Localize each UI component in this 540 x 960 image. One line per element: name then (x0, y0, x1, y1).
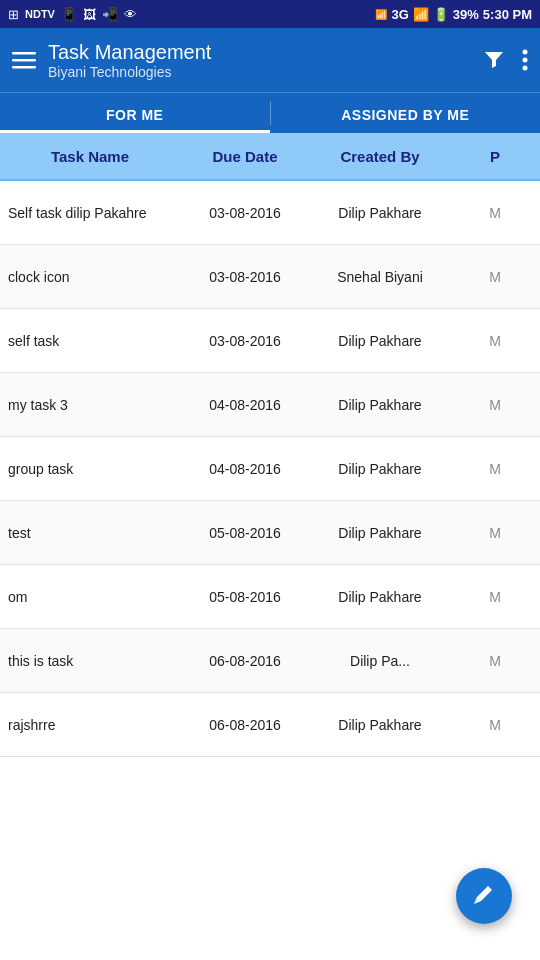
hamburger-menu-button[interactable] (12, 48, 36, 72)
app-subtitle: Biyani Technologies (48, 64, 470, 80)
task-list: Self task dilip Pakahre 03-08-2016 Dilip… (0, 181, 540, 757)
table-row[interactable]: my task 3 04-08-2016 Dilip Pakhare M (0, 373, 540, 437)
svg-rect-2 (12, 66, 36, 69)
task-created-by-cell: Dilip Pakhare (310, 205, 450, 221)
col-header-due-date: Due Date (180, 148, 310, 165)
table-row[interactable]: this is task 06-08-2016 Dilip Pa... M (0, 629, 540, 693)
tab-assigned-by-me[interactable]: ASSIGNED BY ME (271, 93, 541, 133)
task-created-by-cell: Dilip Pakhare (310, 333, 450, 349)
time-display: 5:30 PM (483, 7, 532, 22)
table-row[interactable]: om 05-08-2016 Dilip Pakhare M (0, 565, 540, 629)
task-name-cell: clock icon (0, 269, 180, 285)
task-priority-cell: M (450, 269, 540, 285)
table-row[interactable]: rajshrre 06-08-2016 Dilip Pakhare M (0, 693, 540, 757)
task-priority-cell: M (450, 525, 540, 541)
tab-for-me[interactable]: FOR ME (0, 93, 270, 133)
task-priority-cell: M (450, 205, 540, 221)
col-header-created-by: Created By (310, 148, 450, 165)
task-priority-cell: M (450, 589, 540, 605)
task-created-by-cell: Dilip Pakhare (310, 589, 450, 605)
sim-icon: 📶 (375, 9, 387, 20)
task-date-cell: 06-08-2016 (180, 653, 310, 669)
task-name-cell: this is task (0, 653, 180, 669)
task-date-cell: 03-08-2016 (180, 205, 310, 221)
filter-button[interactable] (482, 48, 506, 72)
task-created-by-cell: Dilip Pakhare (310, 461, 450, 477)
network-type: 3G (391, 7, 408, 22)
signal-bars: 📶 (413, 7, 429, 22)
task-date-cell: 04-08-2016 (180, 397, 310, 413)
task-priority-cell: M (450, 461, 540, 477)
app-bar-actions (482, 48, 528, 72)
status-bar-left: ⊞ NDTV 📱 🖼 📲 👁 (8, 7, 137, 22)
task-name-cell: my task 3 (0, 397, 180, 413)
task-date-cell: 04-08-2016 (180, 461, 310, 477)
eye-icon: 👁 (124, 7, 137, 22)
task-priority-cell: M (450, 333, 540, 349)
ndtv-icon: NDTV (25, 8, 55, 20)
table-row[interactable]: test 05-08-2016 Dilip Pakhare M (0, 501, 540, 565)
app-bar: Task Management Biyani Technologies (0, 28, 540, 92)
svg-rect-0 (12, 52, 36, 55)
overflow-menu-button[interactable] (522, 48, 528, 72)
app-icon: 📲 (102, 7, 118, 22)
table-row[interactable]: group task 04-08-2016 Dilip Pakhare M (0, 437, 540, 501)
status-bar: ⊞ NDTV 📱 🖼 📲 👁 📶 3G 📶 🔋 39% 5:30 PM (0, 0, 540, 28)
task-priority-cell: M (450, 397, 540, 413)
task-created-by-cell: Dilip Pakhare (310, 397, 450, 413)
svg-rect-1 (12, 59, 36, 62)
task-date-cell: 03-08-2016 (180, 269, 310, 285)
task-priority-cell: M (450, 717, 540, 733)
svg-point-4 (523, 58, 528, 63)
task-priority-cell: M (450, 653, 540, 669)
svg-point-3 (523, 50, 528, 55)
svg-point-5 (523, 66, 528, 71)
task-created-by-cell: Snehal Biyani (310, 269, 450, 285)
table-header: Task Name Due Date Created By P (0, 133, 540, 181)
task-date-cell: 05-08-2016 (180, 525, 310, 541)
task-created-by-cell: Dilip Pa... (310, 653, 450, 669)
task-date-cell: 03-08-2016 (180, 333, 310, 349)
app-bar-titles: Task Management Biyani Technologies (48, 41, 470, 80)
tabs: FOR ME ASSIGNED BY ME (0, 92, 540, 133)
task-name-cell: self task (0, 333, 180, 349)
whatsapp-icon: 📱 (61, 7, 77, 22)
table-row[interactable]: self task 03-08-2016 Dilip Pakhare M (0, 309, 540, 373)
battery-icon: 🔋 (433, 7, 449, 22)
table-row[interactable]: Self task dilip Pakahre 03-08-2016 Dilip… (0, 181, 540, 245)
task-name-cell: group task (0, 461, 180, 477)
task-date-cell: 06-08-2016 (180, 717, 310, 733)
col-header-task-name: Task Name (0, 148, 180, 165)
task-created-by-cell: Dilip Pakhare (310, 525, 450, 541)
col-header-priority: P (450, 148, 540, 165)
status-bar-right: 📶 3G 📶 🔋 39% 5:30 PM (375, 7, 532, 22)
task-created-by-cell: Dilip Pakhare (310, 717, 450, 733)
app-title: Task Management (48, 41, 470, 64)
task-date-cell: 05-08-2016 (180, 589, 310, 605)
task-name-cell: om (0, 589, 180, 605)
add-icon: ⊞ (8, 7, 19, 22)
table-row[interactable]: clock icon 03-08-2016 Snehal Biyani M (0, 245, 540, 309)
task-name-cell: Self task dilip Pakahre (0, 205, 180, 221)
gallery-icon: 🖼 (83, 7, 96, 22)
battery-level: 39% (453, 7, 479, 22)
task-name-cell: test (0, 525, 180, 541)
task-name-cell: rajshrre (0, 717, 180, 733)
